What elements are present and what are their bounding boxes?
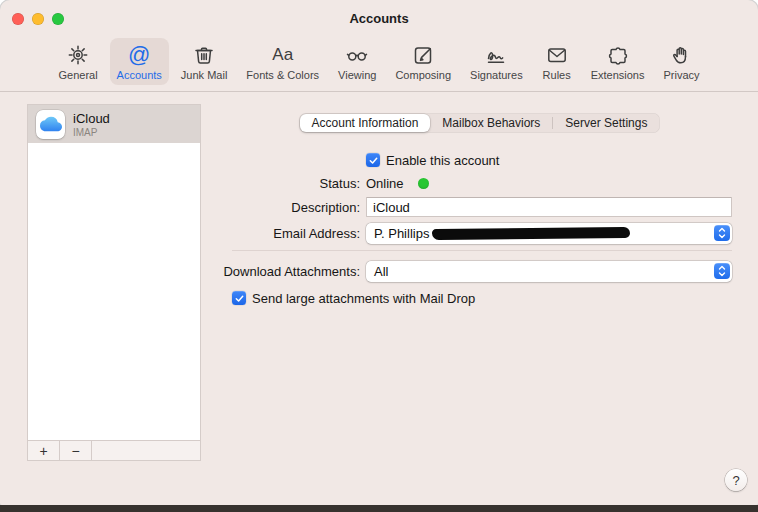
screen-edge <box>0 505 758 512</box>
email-address-label: Email Address: <box>222 226 366 241</box>
account-list-item-icloud[interactable]: iCloud IMAP <box>28 105 200 143</box>
zoom-button[interactable] <box>52 13 64 25</box>
puzzle-icon <box>606 43 630 67</box>
toolbar-label: Viewing <box>338 69 376 81</box>
toolbar-label: Junk Mail <box>181 69 227 81</box>
signature-icon <box>484 43 508 67</box>
toolbar-item-extensions[interactable]: Extensions <box>584 38 652 85</box>
preferences-toolbar: General @ Accounts Junk Mail Aa Fonts & … <box>0 37 758 92</box>
account-information-form: Enable this account Status: Online Descr… <box>222 150 732 308</box>
enable-account-label: Enable this account <box>386 153 499 168</box>
traffic-lights <box>12 13 64 25</box>
toolbar-label: Accounts <box>117 69 162 81</box>
toolbar-item-privacy[interactable]: Privacy <box>656 38 706 85</box>
download-attachments-popup[interactable]: All <box>366 261 732 282</box>
fonts-icon: Aa <box>272 43 293 67</box>
tab-server-settings[interactable]: Server Settings <box>553 114 659 132</box>
status-online-dot <box>418 178 429 189</box>
popup-stepper-icon <box>714 225 730 241</box>
tab-bar: Account Information Mailbox Behaviors Se… <box>299 113 661 133</box>
help-button[interactable]: ? <box>725 469 747 491</box>
account-labels: iCloud IMAP <box>73 111 110 138</box>
hand-icon <box>669 43 693 67</box>
add-account-button[interactable]: + <box>28 441 60 460</box>
footer-spacer <box>92 441 200 460</box>
popup-stepper-icon <box>714 263 730 279</box>
description-input[interactable] <box>366 197 732 217</box>
toolbar-item-viewing[interactable]: Viewing <box>331 38 383 85</box>
toolbar-label: Privacy <box>663 69 699 81</box>
toolbar-label: Fonts & Colors <box>246 69 319 81</box>
toolbar-item-rules[interactable]: Rules <box>535 38 579 85</box>
trash-icon <box>192 43 216 67</box>
tab-account-information[interactable]: Account Information <box>300 114 431 132</box>
toolbar-item-general[interactable]: General <box>51 38 104 85</box>
icloud-icon <box>36 110 65 139</box>
account-type: IMAP <box>73 127 110 138</box>
enable-account-checkbox[interactable] <box>366 153 380 167</box>
download-attachments-value: All <box>374 264 388 279</box>
close-button[interactable] <box>12 13 24 25</box>
sidebar-footer: + − <box>28 440 200 460</box>
gear-icon <box>66 43 90 67</box>
redaction-mark <box>432 226 630 239</box>
toolbar-label: Composing <box>395 69 451 81</box>
compose-icon <box>411 43 435 67</box>
toolbar-item-fonts-colors[interactable]: Aa Fonts & Colors <box>239 38 326 85</box>
accounts-sidebar: iCloud IMAP + − <box>27 104 201 461</box>
status-value: Online <box>366 176 404 191</box>
preferences-window: Accounts General @ Accounts <box>0 0 758 505</box>
account-name: iCloud <box>73 111 110 126</box>
tab-mailbox-behaviors[interactable]: Mailbox Behaviors <box>430 114 552 132</box>
toolbar-label: Extensions <box>591 69 645 81</box>
toolbar-item-junk-mail[interactable]: Junk Mail <box>174 38 234 85</box>
download-attachments-label: Download Attachments: <box>222 264 366 279</box>
email-address-popup[interactable]: P. Phillips <box>366 223 732 244</box>
section-divider <box>232 250 732 251</box>
window-title: Accounts <box>349 11 408 26</box>
title-bar: Accounts <box>0 0 758 37</box>
toolbar-item-accounts[interactable]: @ Accounts <box>110 38 169 85</box>
glasses-icon <box>345 43 369 67</box>
toolbar-item-signatures[interactable]: Signatures <box>463 38 530 85</box>
minimize-button[interactable] <box>32 13 44 25</box>
description-label: Description: <box>222 200 366 215</box>
toolbar-item-composing[interactable]: Composing <box>388 38 458 85</box>
mail-drop-label: Send large attachments with Mail Drop <box>252 291 475 306</box>
at-icon: @ <box>128 43 150 67</box>
envelope-icon <box>545 43 569 67</box>
toolbar-label: General <box>58 69 97 81</box>
toolbar-label: Signatures <box>470 69 523 81</box>
toolbar-label: Rules <box>543 69 571 81</box>
email-address-value: P. Phillips <box>374 226 429 241</box>
remove-account-button[interactable]: − <box>60 441 92 460</box>
account-detail-pane: Account Information Mailbox Behaviors Se… <box>201 91 758 505</box>
mail-drop-checkbox[interactable] <box>232 291 246 305</box>
status-label: Status: <box>222 176 366 191</box>
